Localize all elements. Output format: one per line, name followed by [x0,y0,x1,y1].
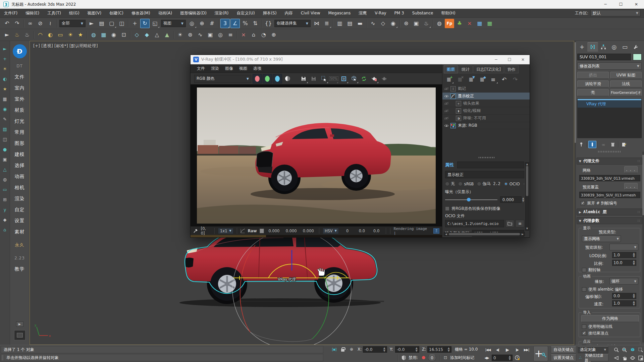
curve-editor-icon[interactable]: ∿ [368,19,378,28]
selection-lock-brackets-icon[interactable]: [▪] [331,346,337,353]
preview-browse-button[interactable]: . . . [624,183,638,190]
list-tool-icon[interactable]: ≡ [226,30,235,40]
radio-OCIO[interactable] [504,182,508,186]
vfb-horizontal-scrollbar[interactable]: ◀▶ [444,232,525,236]
visibility-eye-icon[interactable] [444,101,449,106]
named-sets-dropdown[interactable]: 创建选择集▼ [274,20,311,27]
checkbox-unchecked[interactable] [582,268,586,272]
mesh-browse-button[interactable]: . . . [624,166,638,173]
alembic-offset-checkbox-row[interactable]: 使用 alembic 偏移 [582,287,623,292]
sun-light-icon[interactable]: ☀ [66,30,75,40]
key-mode-toggle-icon[interactable]: ◀▶ [483,354,490,361]
vfb-layer-rgb[interactable]: 来源: RGB [442,122,530,129]
vfb-maximize-button[interactable]: ☐ [503,55,516,64]
sidebar-item-9[interactable]: 建模 [15,149,25,160]
menu-item-10[interactable]: 渲染(R) [211,9,233,18]
delete-tool-icon[interactable]: × [239,30,248,40]
star-icon[interactable]: ★ [1,84,9,94]
tab-modify[interactable] [587,42,598,52]
sphere-icon[interactable]: ◉ [1,104,9,114]
scene-explorer-icon[interactable]: ▥ [335,19,344,28]
star-light-icon[interactable]: ★ [76,30,85,40]
window-crossing-icon[interactable]: ◫ [117,19,126,28]
make-unique-icon[interactable]: ∞ [599,141,607,148]
hsv-dropdown[interactable]: HSV▼ [323,228,339,234]
menu-item-20[interactable]: 帮助(H) [437,9,459,18]
vfb-layer-sharpen[interactable]: ◗锐化/模糊 [442,107,530,115]
auto-key-button[interactable]: 自动关键点 [551,346,576,353]
frame-stamp-button[interactable] [339,74,348,83]
hdri-sphere-icon[interactable]: ◍ [89,30,98,40]
sidebar-item-17[interactable]: 永久 [15,239,24,250]
frame-tool-icon[interactable]: ▣ [206,30,215,40]
material-editor-icon[interactable]: ◉ [388,19,398,28]
tab-display[interactable]: ▭ [620,42,630,52]
undo-layer-button[interactable]: ↶ [499,75,509,84]
sidebar-item-10[interactable]: 选择 [15,160,25,171]
red-channel-toggle[interactable] [253,74,262,83]
viewport-label[interactable]: [+] [透视] [标准*] [默认明暗处理] [33,43,98,49]
menu-item-4[interactable]: 组(G) [65,9,84,18]
home-icon[interactable]: ⌂ [1,225,9,235]
panel-scrollbar-right[interactable] [642,152,644,343]
go-to-start-button[interactable]: |◀◀ [483,346,492,353]
minimize-button[interactable]: ─ [598,0,613,9]
blue-channel-toggle[interactable] [273,74,282,83]
modifier-button-1[interactable]: 挤出 [577,72,609,79]
menu-item-3[interactable]: 工具(T) [43,9,65,18]
menu-item-12[interactable]: 脚本(S) [259,9,281,18]
key-filters-icon[interactable]: ∴ [577,354,584,361]
material-slot-box[interactable] [14,330,25,340]
render-last-button[interactable] [369,74,379,83]
sidebar-item-16[interactable]: 素材 [15,226,25,237]
vfb-layer-curve[interactable]: 显示校正 [442,93,530,100]
visibility-eye-icon[interactable] [444,109,449,113]
folder-icon[interactable] [505,220,514,227]
menu-item-8[interactable]: 动画(A) [154,9,176,18]
plugin-logo[interactable]: Ð [13,44,27,58]
layer-explorer-icon[interactable]: ▤ [345,19,355,28]
menu-item-7[interactable]: 修改器(M) [127,9,154,18]
offset-spinner[interactable]: 0.0▲▼ [612,293,636,299]
render-teapot-icon[interactable]: ♨ [12,30,22,40]
radio-sRGB[interactable] [458,182,463,186]
triangle-icon[interactable]: △ [1,164,9,174]
menu-item-1[interactable]: 文件 [194,64,208,73]
select-and-rotate-icon[interactable]: ↻ [140,19,150,28]
rectangular-selection-icon[interactable]: ▢ [107,19,116,28]
test-resolution-button[interactable]: 50% [329,74,338,83]
set-key-button[interactable]: 设置关键点 [551,354,576,361]
radio-伽马 2.2[interactable] [477,182,481,186]
keyboard-override-icon[interactable]: # [207,19,217,28]
select-object-icon[interactable]: ► [87,19,96,28]
mesh-path-field[interactable]: 330839_3dh_SUV_013.vrmesh [579,175,640,181]
rollout-proxy-file[interactable]: ▼代理文件∷ [577,158,642,165]
visibility-eye-icon[interactable] [444,94,449,99]
radio-ICC[interactable] [523,182,524,186]
dot-icon[interactable]: ● [1,144,9,154]
list-icon[interactable]: ≡ [516,220,524,227]
pointer-icon[interactable]: ► [1,44,9,54]
railclone-icon[interactable]: ♣ [455,19,464,28]
select-and-link-icon[interactable]: ∞ [25,19,35,28]
checkbox-checked[interactable] [581,201,585,205]
previous-frame-button[interactable]: ◀| [493,346,502,353]
track-mouse-button[interactable] [349,74,359,83]
time-configuration-icon[interactable] [514,354,521,361]
green-channel-toggle[interactable] [263,74,272,83]
sidebar-item-5[interactable]: 材质 [15,105,25,116]
save-layer-tree-button[interactable]: ≣▼ [466,75,476,84]
diamond-helper-icon[interactable]: ◇ [132,30,142,40]
rotate-gizmo[interactable]: VRay 代理 [218,227,366,345]
rollout-alembic[interactable]: ▶Alembic 层∷ [577,208,642,216]
vfb-layer-denoise[interactable]: ◑降噪: 不可用 [442,115,530,122]
checkbox-unchecked[interactable] [445,206,449,211]
angle-snap-icon[interactable]: ∠ [230,19,240,28]
zero-button[interactable]: 0 [428,354,436,361]
sidebar-item-18[interactable]: 2.23 [14,252,25,263]
bar-icon[interactable]: ▭ [1,184,9,194]
unlink-selection-icon[interactable]: ⊘ [36,19,45,28]
material-sphere-icon[interactable]: ◉ [109,30,118,40]
rollout-proxy-params[interactable]: ▼代理参数∷ [577,217,642,224]
add-layer-button[interactable]: ≣+ [444,75,454,84]
